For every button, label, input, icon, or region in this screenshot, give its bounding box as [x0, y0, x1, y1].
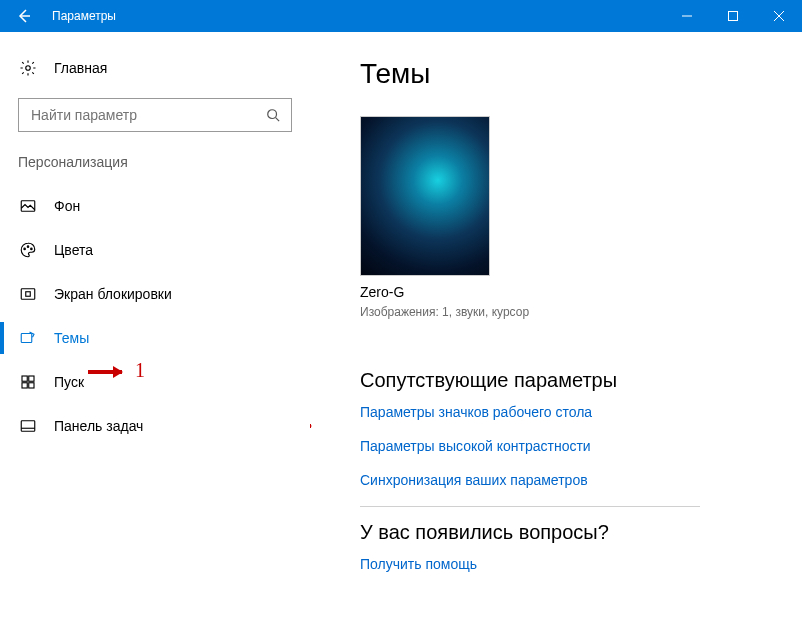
sidebar-item-taskbar[interactable]: Панель задач [0, 404, 310, 448]
close-button[interactable] [756, 0, 802, 32]
link-high-contrast[interactable]: Параметры высокой контрастности [360, 438, 782, 454]
lockscreen-icon [18, 284, 38, 304]
minimize-icon [682, 11, 692, 21]
svg-rect-9 [21, 334, 32, 343]
svg-point-5 [27, 246, 29, 248]
sidebar-home-label: Главная [54, 60, 107, 76]
theme-thumbnail[interactable] [360, 116, 490, 276]
maximize-button[interactable] [710, 0, 756, 32]
svg-rect-14 [21, 421, 35, 432]
themes-icon [18, 328, 38, 348]
theme-name: Zero-G [360, 284, 782, 300]
svg-point-2 [268, 110, 277, 119]
window-controls [664, 0, 802, 32]
sidebar-item-background[interactable]: Фон [0, 184, 310, 228]
link-sync-settings[interactable]: Синхронизация ваших параметров [360, 472, 782, 488]
title-bar: Параметры [0, 0, 802, 32]
sidebar-item-label: Цвета [54, 242, 93, 258]
arrow-left-icon [16, 8, 32, 24]
sidebar-item-start[interactable]: Пуск [0, 360, 310, 404]
svg-point-6 [31, 248, 33, 250]
picture-icon [18, 196, 38, 216]
main-panel: Темы Zero-G Изображения: 1, звуки, курсо… [310, 32, 802, 633]
start-icon [18, 372, 38, 392]
sidebar-item-label: Темы [54, 330, 89, 346]
divider [360, 506, 700, 507]
window-title: Параметры [52, 9, 116, 23]
svg-rect-13 [29, 383, 34, 388]
sidebar-item-label: Фон [54, 198, 80, 214]
search-icon [265, 107, 281, 123]
svg-rect-8 [26, 292, 31, 297]
page-title: Темы [360, 58, 782, 90]
theme-description: Изображения: 1, звуки, курсор [360, 304, 530, 321]
sidebar-home[interactable]: Главная [0, 50, 310, 86]
annotation-number-1: 1 [135, 359, 145, 382]
svg-point-1 [26, 66, 31, 71]
sidebar: Главная Персонализация Фон [0, 32, 310, 633]
svg-point-4 [24, 248, 26, 250]
svg-rect-10 [22, 376, 27, 381]
minimize-button[interactable] [664, 0, 710, 32]
gear-icon [18, 58, 38, 78]
annotation-arrow-2 [310, 424, 311, 428]
link-get-help[interactable]: Получить помощь [360, 556, 782, 572]
svg-rect-11 [29, 376, 34, 381]
sidebar-item-label: Панель задач [54, 418, 143, 434]
link-desktop-icons[interactable]: Параметры значков рабочего стола [360, 404, 782, 420]
taskbar-icon [18, 416, 38, 436]
related-heading: Сопутствующие параметры [360, 369, 782, 392]
sidebar-section-title: Персонализация [0, 154, 310, 170]
back-button[interactable] [0, 0, 48, 32]
svg-rect-0 [729, 12, 738, 21]
svg-rect-7 [21, 289, 35, 300]
sidebar-item-colors[interactable]: Цвета [0, 228, 310, 272]
sidebar-item-label: Пуск [54, 374, 84, 390]
sidebar-item-label: Экран блокировки [54, 286, 172, 302]
content-area: Главная Персонализация Фон [0, 32, 802, 633]
sidebar-item-lockscreen[interactable]: Экран блокировки [0, 272, 310, 316]
search-input[interactable] [29, 106, 265, 124]
svg-rect-12 [22, 383, 27, 388]
close-icon [774, 11, 784, 21]
search-box[interactable] [18, 98, 292, 132]
sidebar-nav-list: Фон Цвета Экран блокировки Темы [0, 184, 310, 448]
help-heading: У вас появились вопросы? [360, 521, 782, 544]
sidebar-item-themes[interactable]: Темы [0, 316, 310, 360]
palette-icon [18, 240, 38, 260]
annotation-arrow-1 [88, 370, 122, 374]
maximize-icon [728, 11, 738, 21]
